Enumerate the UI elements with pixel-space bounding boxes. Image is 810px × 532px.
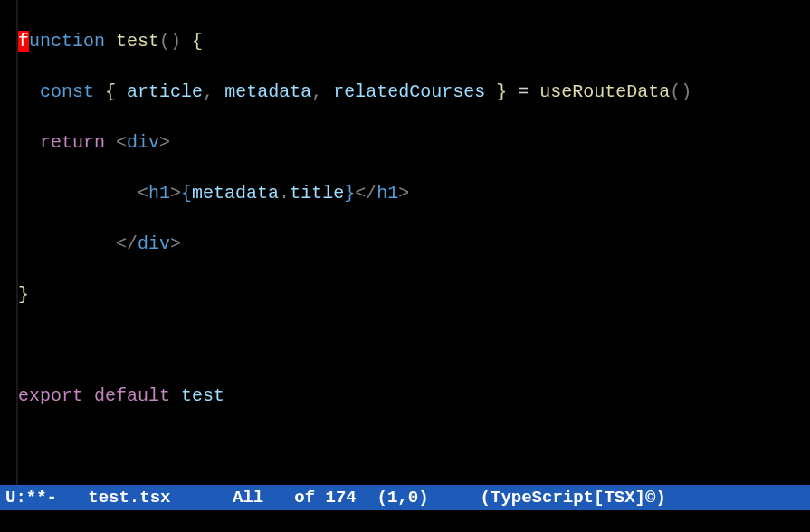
- code-line[interactable]: <h1>{metadata.title}</h1>: [18, 181, 810, 206]
- code-line[interactable]: [18, 333, 810, 358]
- code-line[interactable]: function test() {: [18, 29, 810, 54]
- modeline-coords: (1,0): [377, 488, 429, 508]
- modeline-mode: (TypeScript[TSX]©): [481, 488, 666, 508]
- code-line[interactable]: </div>: [18, 232, 810, 257]
- modeline-position: All: [233, 488, 263, 508]
- modeline-filename: test.tsx: [88, 488, 170, 508]
- modeline: U:**- test.tsx All of 174 (1,0) (TypeScr…: [0, 485, 810, 510]
- modeline-of-total: of 174: [294, 488, 356, 508]
- code-content[interactable]: function test() { const { article, metad…: [18, 0, 810, 485]
- code-line[interactable]: const { article, metadata, relatedCourse…: [18, 80, 810, 105]
- modeline-status: U:**-: [5, 488, 57, 508]
- editor-area[interactable]: function test() { const { article, metad…: [0, 0, 810, 485]
- editor-fringe: [0, 0, 18, 485]
- code-line[interactable]: }: [18, 282, 810, 308]
- code-line[interactable]: return <div>: [18, 130, 810, 156]
- code-line[interactable]: export default test: [18, 384, 810, 409]
- minibuffer[interactable]: [0, 510, 810, 532]
- text-cursor: f: [18, 31, 29, 52]
